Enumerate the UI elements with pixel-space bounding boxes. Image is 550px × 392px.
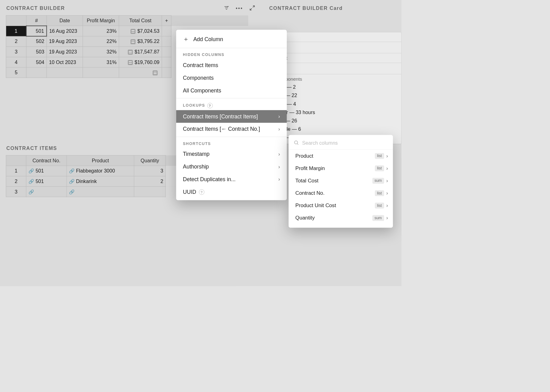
- card-title: CONTRACT BUILDER Card: [264, 0, 402, 15]
- chevron-right-icon: ›: [386, 215, 388, 221]
- chevron-right-icon: ›: [278, 164, 280, 170]
- sub-total-cost[interactable]: Total Cost sum›: [289, 174, 393, 187]
- svg-point-5: [294, 141, 298, 144]
- component-item: Bale — 2: [275, 83, 397, 91]
- component-item: Nozzle — 6: [275, 125, 397, 133]
- col-quantity[interactable]: Quantity: [134, 156, 166, 166]
- link-icon: 🔗: [69, 189, 75, 194]
- col-product[interactable]: Product: [67, 156, 134, 166]
- card-field-num: #: [275, 35, 397, 40]
- help-icon[interactable]: ?: [207, 103, 213, 109]
- card-field-cost: l Cost: [275, 56, 397, 61]
- col-num[interactable]: #: [26, 15, 47, 26]
- expand-icon[interactable]: [249, 5, 255, 12]
- add-column-button[interactable]: +: [162, 15, 171, 26]
- card-body: # l Cost Components Bale — 2 Bolt — 22 C…: [271, 32, 402, 144]
- search-icon: [294, 140, 299, 146]
- lookups-label: LOOKUPS ?: [176, 100, 287, 110]
- link-icon: 🔗: [28, 179, 34, 184]
- chevron-right-icon: ›: [278, 113, 280, 119]
- component-item: Labor — 33 hours: [275, 108, 397, 117]
- row-card-icon[interactable]: [128, 60, 133, 65]
- badge-list: list: [375, 153, 384, 159]
- column-menu[interactable]: ＋Add Column HIDDEN COLUMNS Contract Item…: [176, 30, 287, 200]
- chevron-right-icon: ›: [278, 151, 280, 157]
- chevron-right-icon: ›: [278, 126, 280, 132]
- link-icon: 🔗: [69, 179, 75, 184]
- svg-line-6: [297, 144, 298, 145]
- search-input[interactable]: [302, 140, 388, 146]
- card-field-components: Components: [275, 76, 397, 82]
- chevron-right-icon: ›: [386, 202, 388, 208]
- add-column-item[interactable]: ＋Add Column: [176, 32, 287, 46]
- lookup-submenu[interactable]: Product list› Profit Margin list› Total …: [289, 135, 393, 228]
- link-icon: 🔗: [28, 168, 34, 173]
- chevron-right-icon: ›: [386, 165, 388, 171]
- chevron-right-icon: ›: [386, 153, 388, 159]
- component-item: Chip — 4: [275, 100, 397, 108]
- badge-sum: sum: [372, 215, 384, 221]
- component-item: Nail — 26: [275, 117, 397, 125]
- sub-quantity[interactable]: Quantity sum›: [289, 212, 393, 224]
- row-card-icon[interactable]: [153, 70, 157, 75]
- svg-line-4: [250, 8, 252, 10]
- hidden-contract-items[interactable]: Contract Items: [176, 59, 287, 72]
- badge-sum: sum: [372, 178, 384, 184]
- row-card-icon[interactable]: [131, 39, 135, 44]
- chevron-right-icon: ›: [386, 190, 388, 196]
- shortcut-uuid[interactable]: UUID ?: [176, 186, 287, 198]
- svg-line-3: [253, 6, 255, 7]
- shortcut-authorship[interactable]: Authorship ›: [176, 160, 287, 173]
- col-date[interactable]: Date: [47, 15, 83, 26]
- more-icon[interactable]: •••: [236, 6, 243, 11]
- hidden-components[interactable]: Components: [176, 71, 287, 84]
- sub-unit-cost[interactable]: Product Unit Cost list›: [289, 199, 393, 212]
- filter-icon[interactable]: [224, 5, 230, 11]
- shortcuts-label: SHORTCUTS: [176, 138, 287, 148]
- link-icon: 🔗: [69, 168, 75, 173]
- chevron-right-icon: ›: [278, 177, 280, 182]
- sub-product[interactable]: Product list›: [289, 150, 393, 162]
- hidden-all-components[interactable]: All Components: [176, 84, 287, 97]
- badge-list: list: [375, 190, 384, 196]
- hidden-columns-label: HIDDEN COLUMNS: [176, 49, 287, 59]
- col-contract-no[interactable]: Contract No.: [26, 156, 67, 166]
- shortcut-duplicates[interactable]: Detect Duplicates in... ›: [176, 173, 287, 186]
- link-icon: 🔗: [28, 189, 34, 194]
- col-pm[interactable]: Profit Margin: [83, 15, 119, 26]
- shortcut-timestamp[interactable]: Timestamp ›: [176, 148, 287, 160]
- lookup-contract-items[interactable]: Contract Items [Contract Items] ›: [176, 110, 287, 123]
- component-item: Bolt — 22: [275, 91, 397, 100]
- help-icon[interactable]: ?: [199, 189, 204, 195]
- row-card-icon[interactable]: [128, 49, 133, 54]
- badge-list: list: [375, 202, 384, 208]
- sub-contract-no[interactable]: Contract No. list›: [289, 187, 393, 199]
- builder-title: CONTRACT BUILDER: [0, 0, 260, 15]
- chevron-right-icon: ›: [386, 178, 388, 184]
- badge-list: list: [375, 165, 384, 171]
- lookup-contract-no[interactable]: Contract Items [← Contract No.] ›: [176, 123, 287, 135]
- col-cost[interactable]: Total Cost: [119, 15, 162, 26]
- sub-profit-margin[interactable]: Profit Margin list›: [289, 162, 393, 174]
- plus-icon: ＋: [183, 36, 189, 43]
- row-card-icon[interactable]: [131, 29, 135, 34]
